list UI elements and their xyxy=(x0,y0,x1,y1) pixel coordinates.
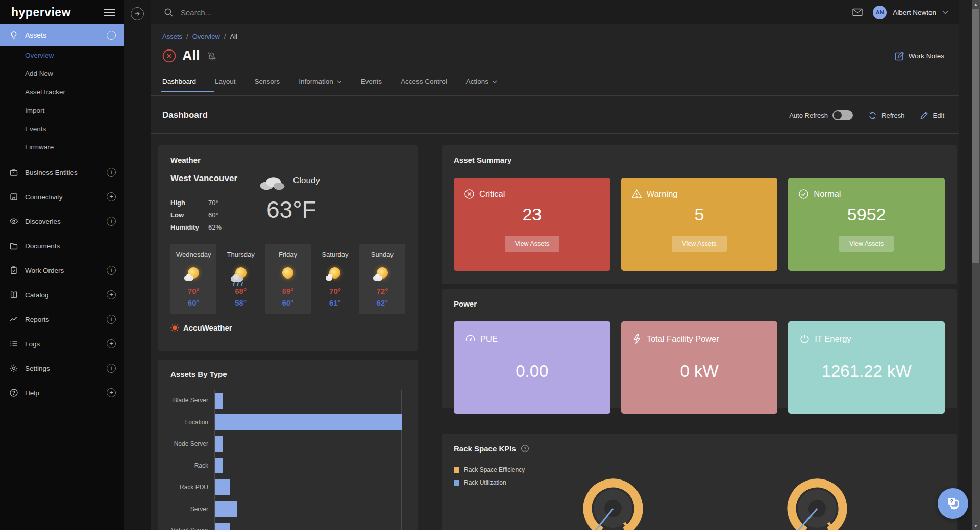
note-pencil-icon xyxy=(895,51,904,61)
sidebar-item-overview[interactable]: Overview xyxy=(0,46,124,64)
help-circle-icon[interactable] xyxy=(521,444,529,453)
expand-plus-icon[interactable]: + xyxy=(107,192,116,201)
critical-count: 23 xyxy=(464,205,600,224)
expand-plus-icon[interactable]: + xyxy=(107,290,116,299)
book-icon xyxy=(9,290,18,299)
refresh-icon xyxy=(868,111,877,120)
legend-rack-space-efficiency[interactable]: Rack Space Efficiency xyxy=(454,466,945,473)
mail-icon[interactable] xyxy=(852,8,863,16)
forecast-day: Friday 69° 60° xyxy=(265,244,311,314)
work-notes-button[interactable]: Work Notes xyxy=(895,51,944,61)
gear-icon xyxy=(9,364,18,373)
weather-condition: Cloudy xyxy=(293,175,320,186)
help-circle-icon xyxy=(9,388,18,397)
sidebar-item-documents[interactable]: Documents xyxy=(0,234,124,258)
avatar[interactable]: AN xyxy=(873,6,887,19)
tab-dashboard[interactable]: Dashboard xyxy=(162,78,196,90)
bar[interactable] xyxy=(215,414,402,430)
assets-submenu: Overview Add New AssetTracker Import Eve… xyxy=(0,46,124,156)
scroll-down-arrow[interactable]: ▼ xyxy=(972,522,980,530)
legend-rack-utilization[interactable]: Rack Utilization xyxy=(454,479,945,486)
chevron-down-icon[interactable] xyxy=(942,10,948,14)
hamburger-menu-icon[interactable] xyxy=(104,7,115,18)
trend-line-icon xyxy=(9,315,18,324)
chevron-down-icon xyxy=(492,80,497,83)
sidebar-item-work-orders[interactable]: Work Orders + xyxy=(0,258,124,283)
sidebar-item-firmware[interactable]: Firmware xyxy=(0,138,124,156)
rack-space-kpis-card: Rack Space KPIs Rack Space Efficiency Ra… xyxy=(442,434,957,530)
chat-question-icon: ? xyxy=(945,496,961,511)
help-chat-button[interactable]: ? xyxy=(938,488,968,519)
expand-plus-icon[interactable]: + xyxy=(107,266,116,275)
folder-icon xyxy=(9,241,18,250)
x-circle-icon xyxy=(464,189,475,199)
bar[interactable] xyxy=(215,501,237,517)
vertical-scrollbar[interactable]: ▲ ▼ xyxy=(972,0,980,530)
tab-actions[interactable]: Actions xyxy=(466,78,497,90)
gauge-legend: Rack Space Efficiency Rack Utilization xyxy=(454,466,945,486)
search-input[interactable] xyxy=(181,8,385,17)
assets-by-type-chart: Blade Server Location Node Server Rack R… xyxy=(170,390,405,530)
auto-refresh-toggle[interactable] xyxy=(832,110,853,120)
tab-layout[interactable]: Layout xyxy=(215,78,236,90)
sidebar-item-events[interactable]: Events xyxy=(0,119,124,138)
expand-plus-icon[interactable]: + xyxy=(107,217,116,226)
sidebar-item-settings[interactable]: Settings + xyxy=(0,356,124,381)
weather-stat-high: High70° xyxy=(170,199,265,207)
scroll-up-arrow[interactable]: ▲ xyxy=(972,0,980,8)
sidebar-item-assets[interactable]: Assets − xyxy=(0,24,124,46)
sidebar-item-catalog[interactable]: Catalog + xyxy=(0,283,124,307)
tab-information[interactable]: Information xyxy=(299,78,342,90)
asset-summary-card: Asset Summary Critical 23 View Assets Wa… xyxy=(442,145,957,284)
tab-events[interactable]: Events xyxy=(361,78,382,90)
expand-plus-icon[interactable]: + xyxy=(107,388,116,397)
tab-sensors[interactable]: Sensors xyxy=(255,78,280,90)
accuweather-attribution[interactable]: AccuWeather xyxy=(170,323,405,332)
pue-value: 0.00 xyxy=(465,362,599,381)
partly-sunny-icon xyxy=(173,264,214,282)
bar[interactable] xyxy=(215,458,223,473)
forecast-day: Thursday 68° 58° xyxy=(217,244,263,314)
power-icon xyxy=(799,334,810,344)
lightbulb-icon xyxy=(9,31,18,40)
expand-plus-icon[interactable]: + xyxy=(107,339,116,348)
expand-plus-icon[interactable]: + xyxy=(107,364,116,373)
expand-panel-arrow-icon[interactable] xyxy=(131,7,144,20)
sidebar-item-import[interactable]: Import xyxy=(0,101,124,119)
scrollbar-thumb[interactable] xyxy=(972,9,979,263)
view-assets-button[interactable]: View Assets xyxy=(505,236,559,252)
bar[interactable] xyxy=(215,523,230,530)
search-icon[interactable] xyxy=(164,8,174,17)
sidebar-item-business-entities[interactable]: Business Entities + xyxy=(0,160,124,185)
bar-row: Node Server xyxy=(170,433,405,455)
normal-tile: Normal 5952 View Assets xyxy=(788,178,945,271)
normal-count: 5952 xyxy=(798,205,935,224)
tab-access-control[interactable]: Access Control xyxy=(401,78,447,90)
weather-stat-humidity: Humidity62% xyxy=(170,223,265,231)
bar[interactable] xyxy=(215,393,223,409)
bar[interactable] xyxy=(215,436,223,452)
view-assets-button[interactable]: View Assets xyxy=(839,236,894,252)
sidebar-item-reports[interactable]: Reports + xyxy=(0,307,124,332)
sidebar-item-add-new[interactable]: Add New xyxy=(0,64,124,83)
forecast-day: Saturday 70° 61° xyxy=(312,244,358,314)
bell-slash-icon[interactable] xyxy=(206,51,217,61)
gauge-icon xyxy=(465,334,476,344)
clipboard-check-icon xyxy=(9,266,18,275)
sidebar-item-help[interactable]: Help + xyxy=(0,381,124,405)
bar[interactable] xyxy=(215,479,230,495)
edit-button[interactable]: Edit xyxy=(920,111,944,119)
sidebar-item-logs[interactable]: Logs + xyxy=(0,332,124,356)
pencil-icon xyxy=(920,111,928,119)
collapse-minus-icon[interactable]: − xyxy=(107,31,116,40)
expand-plus-icon[interactable]: + xyxy=(107,168,116,177)
sidebar-item-assettracker[interactable]: AssetTracker xyxy=(0,83,124,101)
sidebar-item-discoveries[interactable]: Discoveries + xyxy=(0,209,124,234)
refresh-button[interactable]: Refresh xyxy=(868,111,905,120)
breadcrumb-assets[interactable]: Assets xyxy=(162,33,182,40)
expand-plus-icon[interactable]: + xyxy=(107,315,116,324)
hyperview-logo: hyperview xyxy=(11,6,71,19)
sidebar-item-connectivity[interactable]: Connectivity + xyxy=(0,185,124,209)
view-assets-button[interactable]: View Assets xyxy=(672,236,726,252)
breadcrumb-overview[interactable]: Overview xyxy=(192,33,220,40)
